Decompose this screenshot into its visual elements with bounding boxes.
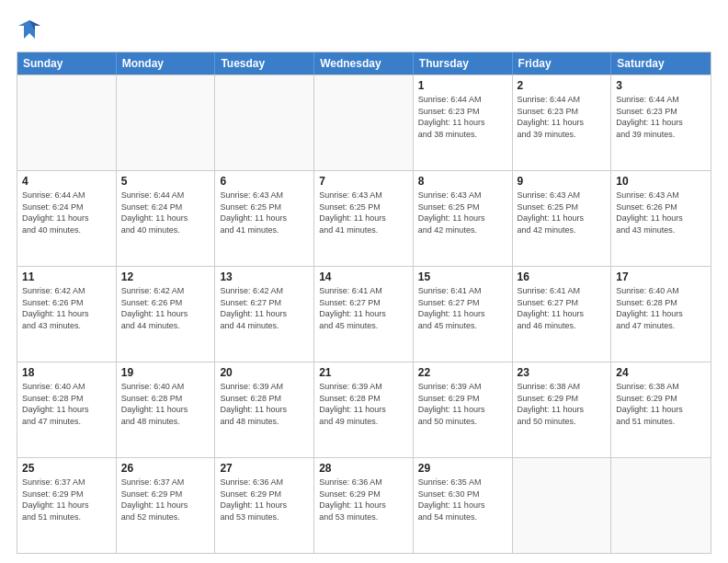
cal-cell: 25Sunrise: 6:37 AMSunset: 6:29 PMDayligh… xyxy=(17,458,117,553)
day-info: Sunrise: 6:43 AMSunset: 6:25 PMDaylight:… xyxy=(518,190,607,236)
day-header-friday: Friday xyxy=(513,52,612,75)
day-info: Sunrise: 6:36 AMSunset: 6:29 PMDaylight:… xyxy=(220,477,309,523)
day-header-thursday: Thursday xyxy=(414,52,513,75)
day-info: Sunrise: 6:38 AMSunset: 6:29 PMDaylight:… xyxy=(616,381,706,427)
day-info: Sunrise: 6:42 AMSunset: 6:26 PMDaylight:… xyxy=(121,285,210,331)
day-number: 9 xyxy=(518,174,607,189)
day-number: 17 xyxy=(616,270,706,284)
cal-cell: 9Sunrise: 6:43 AMSunset: 6:25 PMDaylight… xyxy=(513,171,612,266)
day-info: Sunrise: 6:43 AMSunset: 6:25 PMDaylight:… xyxy=(220,190,309,236)
day-number: 13 xyxy=(220,270,309,284)
day-number: 15 xyxy=(418,270,507,284)
cal-cell: 19Sunrise: 6:40 AMSunset: 6:28 PMDayligh… xyxy=(117,362,216,457)
cal-cell: 5Sunrise: 6:44 AMSunset: 6:24 PMDaylight… xyxy=(117,171,216,266)
cal-cell xyxy=(117,75,216,170)
header xyxy=(17,17,711,42)
cal-cell: 10Sunrise: 6:43 AMSunset: 6:26 PMDayligh… xyxy=(611,171,711,266)
day-info: Sunrise: 6:40 AMSunset: 6:28 PMDaylight:… xyxy=(22,381,111,427)
calendar-header: SundayMondayTuesdayWednesdayThursdayFrid… xyxy=(17,52,711,75)
cal-cell: 16Sunrise: 6:41 AMSunset: 6:27 PMDayligh… xyxy=(513,267,612,362)
cal-cell: 7Sunrise: 6:43 AMSunset: 6:25 PMDaylight… xyxy=(314,171,414,266)
day-number: 6 xyxy=(220,174,309,189)
week-row-4: 25Sunrise: 6:37 AMSunset: 6:29 PMDayligh… xyxy=(17,457,711,553)
cal-cell: 13Sunrise: 6:42 AMSunset: 6:27 PMDayligh… xyxy=(215,267,314,362)
day-number: 27 xyxy=(220,461,309,476)
week-row-2: 11Sunrise: 6:42 AMSunset: 6:26 PMDayligh… xyxy=(17,266,711,362)
day-info: Sunrise: 6:43 AMSunset: 6:26 PMDaylight:… xyxy=(616,190,706,236)
day-header-wednesday: Wednesday xyxy=(314,52,414,75)
day-info: Sunrise: 6:44 AMSunset: 6:23 PMDaylight:… xyxy=(616,94,706,140)
logo xyxy=(17,17,46,42)
day-number: 11 xyxy=(22,270,111,284)
week-row-1: 4Sunrise: 6:44 AMSunset: 6:24 PMDaylight… xyxy=(17,170,711,266)
day-number: 1 xyxy=(418,78,507,93)
cal-cell xyxy=(17,75,117,170)
cal-cell: 2Sunrise: 6:44 AMSunset: 6:23 PMDaylight… xyxy=(513,75,612,170)
cal-cell: 29Sunrise: 6:35 AMSunset: 6:30 PMDayligh… xyxy=(414,458,513,553)
cal-cell: 14Sunrise: 6:41 AMSunset: 6:27 PMDayligh… xyxy=(314,267,414,362)
page: SundayMondayTuesdayWednesdayThursdayFrid… xyxy=(0,0,728,563)
day-info: Sunrise: 6:44 AMSunset: 6:24 PMDaylight:… xyxy=(121,190,210,236)
logo-icon xyxy=(17,17,42,42)
day-info: Sunrise: 6:44 AMSunset: 6:23 PMDaylight:… xyxy=(418,94,507,140)
day-info: Sunrise: 6:40 AMSunset: 6:28 PMDaylight:… xyxy=(121,381,210,427)
cal-cell: 18Sunrise: 6:40 AMSunset: 6:28 PMDayligh… xyxy=(17,362,117,457)
day-number: 7 xyxy=(319,174,408,189)
day-number: 26 xyxy=(121,461,210,476)
day-number: 23 xyxy=(518,365,607,380)
cal-cell: 21Sunrise: 6:39 AMSunset: 6:28 PMDayligh… xyxy=(314,362,414,457)
calendar: SundayMondayTuesdayWednesdayThursdayFrid… xyxy=(17,52,711,554)
day-info: Sunrise: 6:41 AMSunset: 6:27 PMDaylight:… xyxy=(319,285,408,331)
cal-cell: 8Sunrise: 6:43 AMSunset: 6:25 PMDaylight… xyxy=(414,171,513,266)
day-number: 25 xyxy=(22,461,111,476)
day-info: Sunrise: 6:42 AMSunset: 6:27 PMDaylight:… xyxy=(220,285,309,331)
day-number: 14 xyxy=(319,270,408,284)
cal-cell xyxy=(611,458,711,553)
day-info: Sunrise: 6:35 AMSunset: 6:30 PMDaylight:… xyxy=(418,477,507,523)
cal-cell: 23Sunrise: 6:38 AMSunset: 6:29 PMDayligh… xyxy=(513,362,612,457)
day-number: 24 xyxy=(616,365,706,380)
day-number: 19 xyxy=(121,365,210,380)
day-info: Sunrise: 6:41 AMSunset: 6:27 PMDaylight:… xyxy=(518,285,607,331)
day-number: 8 xyxy=(418,174,507,189)
week-row-0: 1Sunrise: 6:44 AMSunset: 6:23 PMDaylight… xyxy=(17,75,711,170)
day-header-saturday: Saturday xyxy=(611,52,711,75)
day-info: Sunrise: 6:37 AMSunset: 6:29 PMDaylight:… xyxy=(121,477,210,523)
cal-cell: 11Sunrise: 6:42 AMSunset: 6:26 PMDayligh… xyxy=(17,267,117,362)
cal-cell: 3Sunrise: 6:44 AMSunset: 6:23 PMDaylight… xyxy=(611,75,711,170)
day-info: Sunrise: 6:39 AMSunset: 6:28 PMDaylight:… xyxy=(220,381,309,427)
day-number: 12 xyxy=(121,270,210,284)
day-number: 5 xyxy=(121,174,210,189)
day-info: Sunrise: 6:44 AMSunset: 6:24 PMDaylight:… xyxy=(22,190,111,236)
cal-cell: 22Sunrise: 6:39 AMSunset: 6:29 PMDayligh… xyxy=(414,362,513,457)
day-number: 2 xyxy=(518,78,607,93)
cal-cell: 17Sunrise: 6:40 AMSunset: 6:28 PMDayligh… xyxy=(611,267,711,362)
cal-cell: 27Sunrise: 6:36 AMSunset: 6:29 PMDayligh… xyxy=(215,458,314,553)
cal-cell: 26Sunrise: 6:37 AMSunset: 6:29 PMDayligh… xyxy=(117,458,216,553)
day-header-tuesday: Tuesday xyxy=(215,52,314,75)
cal-cell xyxy=(215,75,314,170)
day-info: Sunrise: 6:39 AMSunset: 6:29 PMDaylight:… xyxy=(418,381,507,427)
day-info: Sunrise: 6:36 AMSunset: 6:29 PMDaylight:… xyxy=(319,477,408,523)
day-info: Sunrise: 6:44 AMSunset: 6:23 PMDaylight:… xyxy=(518,94,607,140)
cal-cell: 28Sunrise: 6:36 AMSunset: 6:29 PMDayligh… xyxy=(314,458,414,553)
cal-cell xyxy=(513,458,612,553)
cal-cell: 6Sunrise: 6:43 AMSunset: 6:25 PMDaylight… xyxy=(215,171,314,266)
cal-cell: 12Sunrise: 6:42 AMSunset: 6:26 PMDayligh… xyxy=(117,267,216,362)
day-info: Sunrise: 6:40 AMSunset: 6:28 PMDaylight:… xyxy=(616,285,706,331)
cal-cell: 24Sunrise: 6:38 AMSunset: 6:29 PMDayligh… xyxy=(611,362,711,457)
day-number: 22 xyxy=(418,365,507,380)
cal-cell: 1Sunrise: 6:44 AMSunset: 6:23 PMDaylight… xyxy=(414,75,513,170)
day-number: 4 xyxy=(22,174,111,189)
cal-cell: 4Sunrise: 6:44 AMSunset: 6:24 PMDaylight… xyxy=(17,171,117,266)
day-info: Sunrise: 6:43 AMSunset: 6:25 PMDaylight:… xyxy=(418,190,507,236)
day-number: 28 xyxy=(319,461,408,476)
day-number: 29 xyxy=(418,461,507,476)
day-header-monday: Monday xyxy=(117,52,216,75)
day-info: Sunrise: 6:38 AMSunset: 6:29 PMDaylight:… xyxy=(518,381,607,427)
cal-cell: 15Sunrise: 6:41 AMSunset: 6:27 PMDayligh… xyxy=(414,267,513,362)
day-number: 21 xyxy=(319,365,408,380)
day-number: 10 xyxy=(616,174,706,189)
day-info: Sunrise: 6:39 AMSunset: 6:28 PMDaylight:… xyxy=(319,381,408,427)
cal-cell: 20Sunrise: 6:39 AMSunset: 6:28 PMDayligh… xyxy=(215,362,314,457)
